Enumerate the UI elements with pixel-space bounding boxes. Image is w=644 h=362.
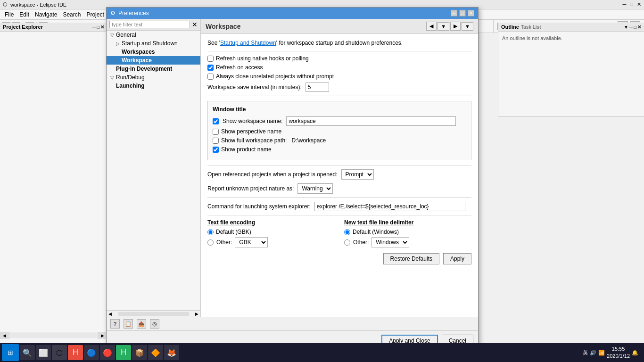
- checkbox-close-unrelated[interactable]: [207, 74, 214, 80]
- dialog-minimize-icon[interactable]: ─: [451, 10, 457, 16]
- export-icon[interactable]: 📋: [124, 319, 133, 329]
- tree-label-plugin: Plug-in Development: [116, 66, 172, 72]
- checkbox-show-workspace-name[interactable]: [213, 118, 219, 124]
- dialog-titlebar: ⚙ Preferences ─ □ ✕: [107, 8, 478, 19]
- restore-defaults-button[interactable]: Restore Defaults: [383, 253, 439, 264]
- nav-forward-dropdown-button[interactable]: ▼: [462, 22, 473, 31]
- tree-header: ✕: [107, 19, 200, 31]
- panel-controls: ─ □ ✕: [92, 25, 104, 30]
- tree-filter-input[interactable]: [109, 21, 190, 28]
- outline-header: Outline Task List ▼ ─ □ ✕: [498, 23, 644, 32]
- tree-item-plugin[interactable]: Plug-in Development: [107, 65, 200, 73]
- tree-filter-clear[interactable]: ✕: [192, 21, 198, 28]
- taskbar-right: 英 🔊 📶 15:55 2020/1/12 🔔: [583, 346, 642, 360]
- outline-controls: ▼ ─ □ ✕: [624, 25, 641, 30]
- expand-icon: ▽: [110, 33, 114, 38]
- menu-edit[interactable]: Edit: [17, 10, 32, 19]
- text-encoding-group: Text file encoding Default (GBK) Other: …: [207, 219, 335, 247]
- dialog-maximize-icon[interactable]: □: [459, 10, 466, 16]
- radio-encoding-other[interactable]: [207, 239, 214, 246]
- panel-close-icon[interactable]: ✕: [100, 25, 104, 30]
- show-workspace-name-row: Show workspace name:: [213, 116, 466, 126]
- taskbar-app-orange[interactable]: 🔶: [148, 345, 163, 360]
- nav-dropdown-button[interactable]: ▼: [438, 22, 449, 31]
- menu-project[interactable]: Project: [83, 10, 107, 19]
- scroll-right[interactable]: ▶: [98, 332, 107, 339]
- checkbox-show-full-path[interactable]: [213, 138, 219, 144]
- report-nature-row: Report unknown project nature as: Warnin…: [207, 183, 471, 194]
- tree-label-general: General: [116, 32, 136, 38]
- nav-back-button[interactable]: ◀: [426, 22, 437, 31]
- startup-shutdown-link[interactable]: Startup and Shutdown: [220, 40, 276, 46]
- taskbar-app-fox[interactable]: 🦊: [164, 345, 179, 360]
- taskbar-eclipse[interactable]: ⬡: [52, 345, 67, 360]
- save-interval-input[interactable]: [305, 82, 329, 92]
- tree-item-startup[interactable]: ▷ Startup and Shutdown: [107, 39, 200, 48]
- maximize-icon[interactable]: □: [630, 1, 633, 8]
- checkbox-refresh-native[interactable]: [207, 56, 214, 62]
- ide-app-icon: ⬡: [3, 1, 8, 8]
- menu-file[interactable]: File: [2, 10, 17, 19]
- separator-2: [207, 96, 471, 96]
- system-explorer-label: Command for launching system explorer:: [207, 203, 311, 210]
- open-projects-select[interactable]: Prompt Always Never: [341, 169, 374, 180]
- menu-search[interactable]: Search: [60, 10, 83, 19]
- outline-close-icon[interactable]: ✕: [637, 25, 641, 30]
- encoding-other-select[interactable]: GBK UTF-8 ISO-8859-1: [235, 237, 268, 247]
- checkbox-refresh-native-row: Refresh using native hooks or polling: [207, 55, 471, 62]
- dialog-close-icon[interactable]: ✕: [468, 10, 474, 16]
- checkbox-show-product[interactable]: [213, 147, 219, 153]
- outline-menu-icon[interactable]: ▼: [624, 25, 628, 30]
- minimize-icon[interactable]: ─: [623, 1, 627, 8]
- tree-item-workspace[interactable]: Workspace: [107, 56, 200, 65]
- tree-label-startup: Startup and Shutdown: [122, 40, 178, 47]
- dialog-bottom-nav: ? 📋 📤 ◎: [107, 317, 478, 330]
- nav-forward-button[interactable]: ▶: [450, 22, 461, 31]
- radio-delimiter-default[interactable]: [344, 229, 350, 235]
- tree-scroll-left[interactable]: ◀: [108, 312, 118, 316]
- horizontal-scrollbar[interactable]: ◀ ▶: [0, 332, 107, 338]
- taskbar-task-view[interactable]: ⬜: [36, 345, 51, 360]
- taskbar-app-blue[interactable]: 🔵: [84, 345, 99, 360]
- open-projects-row: Open referenced projects when a project …: [207, 169, 471, 180]
- taskbar-app-red[interactable]: 🔴: [100, 345, 115, 360]
- taskbar-app-h1[interactable]: H: [68, 345, 83, 360]
- apply-button[interactable]: Apply: [443, 253, 471, 264]
- panel-minimize-icon[interactable]: ─: [92, 25, 96, 30]
- outline-panel: Outline Task List ▼ ─ □ ✕ An outline is …: [498, 23, 644, 117]
- label-show-product: Show product name: [221, 146, 272, 153]
- taskbar-app-h2[interactable]: H: [116, 345, 131, 360]
- tree-content: ▽ General ▷ Startup and Shutdown Workspa…: [107, 31, 200, 310]
- delimiter-other-select[interactable]: Windows Unix Mac: [372, 237, 409, 247]
- close-icon[interactable]: ✕: [637, 1, 641, 8]
- start-button[interactable]: ⊞: [2, 344, 19, 361]
- import-icon[interactable]: 📤: [137, 319, 146, 329]
- outline-maximize-icon[interactable]: □: [634, 25, 636, 30]
- description-row: See 'Startup and Shutdown' for workspace…: [207, 40, 471, 46]
- outline-minimize-icon[interactable]: ─: [629, 25, 633, 30]
- record-icon[interactable]: ◎: [150, 319, 159, 329]
- description-prefix: See ': [207, 40, 220, 46]
- radio-delimiter-other[interactable]: [344, 239, 350, 246]
- project-explorer-panel: Project Explorer ─ □ ✕ ◀ ▶: [0, 23, 107, 348]
- system-explorer-input[interactable]: [314, 202, 465, 211]
- tree-item-rundebug[interactable]: ▽ Run/Debug: [107, 73, 200, 82]
- checkbox-refresh-access[interactable]: [207, 65, 214, 71]
- tree-scroll-right[interactable]: ▶: [189, 312, 198, 316]
- taskbar-app-package[interactable]: 📦: [132, 345, 147, 360]
- tree-item-launching[interactable]: Launching: [107, 82, 200, 90]
- scroll-left[interactable]: ◀: [0, 332, 9, 339]
- report-nature-select[interactable]: Warning Error Ignore: [297, 183, 333, 194]
- help-icon[interactable]: ?: [110, 319, 120, 329]
- tree-label-workspace: Workspace: [122, 57, 152, 64]
- radio-encoding-default[interactable]: [207, 229, 214, 235]
- panel-maximize-icon[interactable]: □: [97, 25, 99, 30]
- checkbox-show-perspective[interactable]: [213, 129, 219, 135]
- taskbar-notification[interactable]: 🔔: [632, 350, 638, 356]
- tree-item-general[interactable]: ▽ General: [107, 31, 200, 39]
- taskbar-search[interactable]: 🔍: [20, 345, 35, 360]
- menu-navigate[interactable]: Navigate: [32, 10, 60, 19]
- workspace-name-input[interactable]: [286, 116, 456, 126]
- taskbar-clock[interactable]: 15:55 2020/1/12: [607, 346, 630, 360]
- tree-item-workspaces[interactable]: Workspaces: [107, 48, 200, 56]
